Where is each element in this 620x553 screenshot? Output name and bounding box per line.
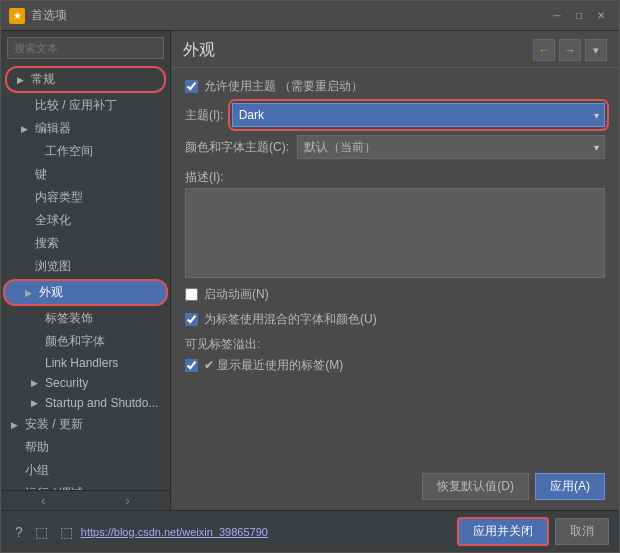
mixed-fonts-row: 为标签使用混合的字体和颜色(U) [185, 311, 605, 328]
sidebar-item-startup[interactable]: ▶ Startup and Shutdo... [1, 393, 170, 413]
arrow-icon: ▶ [25, 288, 35, 298]
sidebar-item-label: 键 [35, 166, 47, 183]
description-block: 描述(I): [185, 167, 605, 278]
sidebar-item-label: 工作空间 [45, 143, 93, 160]
sidebar-item-link-handlers[interactable]: Link Handlers [1, 353, 170, 373]
nav-dropdown-button[interactable]: ▾ [585, 39, 607, 61]
desc-label: 描述(I): [185, 167, 224, 186]
sidebar-item-workspace[interactable]: 工作空间 [1, 140, 170, 163]
theme-select-wrapper: Dark ▾ [232, 103, 605, 127]
sidebar-item-editor[interactable]: ▶ 编辑器 [1, 117, 170, 140]
sidebar-item-security[interactable]: ▶ Security [1, 373, 170, 393]
sidebar-item-label: 颜色和字体 [45, 333, 105, 350]
panel-header: 外观 ← → ▾ [171, 31, 619, 68]
sidebar-item-label: 搜索 [35, 235, 59, 252]
arrow-icon: ▶ [17, 75, 27, 85]
allow-theme-row: 允许使用主题 （需要重启动） [185, 78, 605, 95]
panel-action-row: 恢复默认值(D) 应用(A) [185, 473, 605, 500]
restore-defaults-button[interactable]: 恢复默认值(D) [422, 473, 529, 500]
sidebar-item-label: 常规 [31, 71, 55, 88]
theme-label: 主题(I): [185, 107, 224, 124]
maximize-button[interactable]: □ [569, 6, 589, 26]
desc-content [185, 188, 605, 278]
window-controls: ─ □ ✕ [547, 6, 611, 26]
color-font-row: 颜色和字体主题(C): 默认（当前） ▾ [185, 135, 605, 159]
sidebar-item-label: 安装 / 更新 [25, 416, 83, 433]
sidebar-item-help[interactable]: 帮助 [1, 436, 170, 459]
import-icon-button[interactable]: ⬚ [56, 522, 77, 542]
sidebar-item-label: 内容类型 [35, 189, 83, 206]
sidebar-item-keys[interactable]: 键 [1, 163, 170, 186]
cancel-button[interactable]: 取消 [555, 518, 609, 545]
sidebar-item-appearance[interactable]: ▶ 外观 [3, 279, 168, 306]
show-recent-checkbox[interactable] [185, 359, 198, 372]
sidebar-scroll-right[interactable]: › [86, 491, 171, 510]
sidebar-item-label: Security [45, 376, 88, 390]
visible-tabs-label: 可见标签溢出: [185, 336, 605, 353]
nav-arrows: ← → ▾ [533, 39, 607, 61]
sidebar-item-label: Startup and Shutdo... [45, 396, 158, 410]
color-font-select[interactable]: 默认（当前） [297, 135, 605, 159]
sidebar-item-browse[interactable]: 浏览图 [1, 255, 170, 278]
sidebar-item-label: 帮助 [25, 439, 49, 456]
apply-close-button[interactable]: 应用并关闭 [457, 517, 549, 546]
sidebar-item-search[interactable]: 搜索 [1, 232, 170, 255]
allow-theme-checkbox[interactable] [185, 80, 198, 93]
sidebar: ▶ 常规 比较 / 应用补丁 ▶ 编辑器 工作空间 键 [1, 31, 171, 510]
sidebar-item-label: 编辑器 [35, 120, 71, 137]
sidebar-item-label: 全球化 [35, 212, 71, 229]
nav-forward-button[interactable]: → [559, 39, 581, 61]
enable-animation-row: 启动动画(N) [185, 286, 605, 303]
tree-container[interactable]: ▶ 常规 比较 / 应用补丁 ▶ 编辑器 工作空间 键 [1, 65, 170, 490]
search-input[interactable] [7, 37, 164, 59]
panel-title: 外观 [183, 40, 215, 61]
sidebar-item-label: 小组 [25, 462, 49, 479]
sidebar-nav: ‹ › [1, 490, 170, 510]
sidebar-item-color-font[interactable]: 颜色和字体 [1, 330, 170, 353]
bottom-bar-left: ? ⬚ ⬚ https://blog.csdn.net/weixin_39865… [11, 522, 451, 542]
allow-theme-label: 允许使用主题 （需要重启动） [204, 78, 363, 95]
arrow-icon: ▶ [11, 420, 21, 430]
sidebar-item-general[interactable]: ▶ 常规 [5, 66, 166, 93]
arrow-icon: ▶ [31, 398, 41, 408]
sidebar-item-install-update[interactable]: ▶ 安装 / 更新 [1, 413, 170, 436]
show-recent-label: ✔ 显示最近使用的标签(M) [204, 357, 343, 374]
export-icon-button[interactable]: ⬚ [31, 522, 52, 542]
sidebar-item-label: 外观 [39, 284, 63, 301]
color-font-select-wrapper: 默认（当前） ▾ [297, 135, 605, 159]
sidebar-item-label: 浏览图 [35, 258, 71, 275]
desc-text [190, 193, 600, 273]
minimize-button[interactable]: ─ [547, 6, 567, 26]
sidebar-item-label: 标签装饰 [45, 310, 93, 327]
theme-row: 主题(I): Dark ▾ [185, 103, 605, 127]
sidebar-item-group[interactable]: 小组 [1, 459, 170, 482]
sidebar-item-content-types[interactable]: 内容类型 [1, 186, 170, 209]
apply-button[interactable]: 应用(A) [535, 473, 605, 500]
panel-body: 允许使用主题 （需要重启动） 主题(I): Dark ▾ 颜色和字体主题(C): [171, 68, 619, 510]
window-title: 首选项 [31, 7, 67, 24]
enable-animation-label: 启动动画(N) [204, 286, 269, 303]
sidebar-item-label: 比较 / 应用补丁 [35, 97, 117, 114]
close-button[interactable]: ✕ [591, 6, 611, 26]
enable-animation-checkbox[interactable] [185, 288, 198, 301]
help-icon-button[interactable]: ? [11, 522, 27, 542]
right-panel: 外观 ← → ▾ 允许使用主题 （需要重启动） 主题(I): [171, 31, 619, 510]
url-label: https://blog.csdn.net/weixin_39865790 [81, 526, 268, 538]
visible-tabs-section: 可见标签溢出: ✔ 显示最近使用的标签(M) [185, 336, 605, 374]
show-recent-row: ✔ 显示最近使用的标签(M) [185, 357, 605, 374]
sidebar-scroll-left[interactable]: ‹ [1, 491, 86, 510]
theme-select[interactable]: Dark [232, 103, 605, 127]
mixed-fonts-checkbox[interactable] [185, 313, 198, 326]
search-box [1, 31, 170, 65]
sidebar-item-label: Link Handlers [45, 356, 118, 370]
sidebar-item-run-debug[interactable]: ▶ 运行 / 调试 [1, 482, 170, 490]
desc-row: 描述(I): [185, 167, 605, 186]
sidebar-item-globalize[interactable]: 全球化 [1, 209, 170, 232]
color-font-label: 颜色和字体主题(C): [185, 139, 289, 156]
arrow-icon: ▶ [31, 378, 41, 388]
sidebar-item-tab-decoration[interactable]: 标签装饰 [1, 307, 170, 330]
sidebar-item-compare[interactable]: 比较 / 应用补丁 [1, 94, 170, 117]
bottom-bar: ? ⬚ ⬚ https://blog.csdn.net/weixin_39865… [1, 510, 619, 552]
title-bar: ★ 首选项 ─ □ ✕ [1, 1, 619, 31]
nav-back-button[interactable]: ← [533, 39, 555, 61]
